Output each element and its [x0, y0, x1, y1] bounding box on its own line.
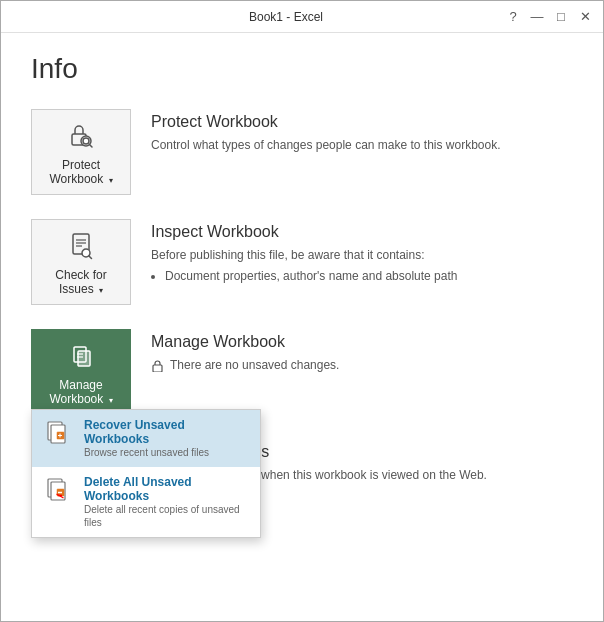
inspect-info: Inspect Workbook Before publishing this …	[151, 219, 573, 285]
protect-button-label: ProtectWorkbook ▾	[49, 158, 112, 186]
delete-icon	[42, 475, 74, 507]
window-title: Book1 - Excel	[69, 10, 503, 24]
page-title: Info	[31, 53, 573, 85]
protect-heading: Protect Workbook	[151, 113, 573, 131]
inspect-desc: Before publishing this file, be aware th…	[151, 247, 573, 285]
inspect-section: Check forIssues ▾ Inspect Workbook Befor…	[31, 219, 573, 305]
svg-line-3	[90, 145, 93, 148]
manage-info: Manage Workbook There are no unsaved cha…	[151, 329, 573, 377]
delete-desc: Delete all recent copies of unsaved file…	[84, 503, 250, 529]
inspect-bullet: Document properties, author's name and a…	[165, 268, 573, 285]
minimize-button[interactable]: —	[527, 7, 547, 27]
close-button[interactable]: ✕	[575, 7, 595, 27]
recover-desc: Browse recent unsaved files	[84, 446, 250, 459]
info-page: Info ProtectWorkbook ▾ Protect Workb	[1, 33, 603, 622]
manage-button-label: ManageWorkbook ▾	[49, 378, 112, 406]
manage-icon	[63, 338, 99, 374]
window-controls: ? — □ ✕	[503, 7, 595, 27]
title-bar: Book1 - Excel ? — □ ✕	[1, 1, 603, 33]
main-content: Info ProtectWorkbook ▾ Protect Workb	[1, 33, 603, 622]
recover-icon	[42, 418, 74, 450]
protect-desc: Control what types of changes people can…	[151, 137, 573, 154]
inspect-button-label: Check forIssues ▾	[55, 268, 106, 296]
help-button[interactable]: ?	[503, 7, 523, 27]
inspect-icon	[63, 228, 99, 264]
lock-icon	[151, 359, 164, 372]
inspect-heading: Inspect Workbook	[151, 223, 573, 241]
manage-workbook-button[interactable]: ManageWorkbook ▾	[31, 329, 131, 415]
recover-unsaved-item[interactable]: Recover Unsaved Workbooks Browse recent …	[32, 410, 260, 467]
restore-button[interactable]: □	[551, 7, 571, 27]
protect-icon	[63, 118, 99, 154]
recover-title: Recover Unsaved Workbooks	[84, 418, 250, 446]
protect-workbook-button[interactable]: ProtectWorkbook ▾	[31, 109, 131, 195]
svg-rect-14	[153, 365, 162, 372]
manage-dropdown: Recover Unsaved Workbooks Browse recent …	[31, 409, 261, 538]
manage-section: ManageWorkbook ▾ Manage Workbook There a…	[31, 329, 573, 415]
delete-text: Delete All Unsaved Workbooks Delete all …	[84, 475, 250, 529]
delete-title: Delete All Unsaved Workbooks	[84, 475, 250, 503]
recover-text: Recover Unsaved Workbooks Browse recent …	[84, 418, 250, 459]
protect-info: Protect Workbook Control what types of c…	[151, 109, 573, 154]
svg-line-9	[89, 256, 92, 259]
delete-unsaved-item[interactable]: Delete All Unsaved Workbooks Delete all …	[32, 467, 260, 537]
svg-rect-11	[78, 351, 90, 366]
manage-desc: There are no unsaved changes.	[151, 357, 573, 377]
inspect-workbook-button[interactable]: Check forIssues ▾	[31, 219, 131, 305]
protect-section: ProtectWorkbook ▾ Protect Workbook Contr…	[31, 109, 573, 195]
manage-heading: Manage Workbook	[151, 333, 573, 351]
